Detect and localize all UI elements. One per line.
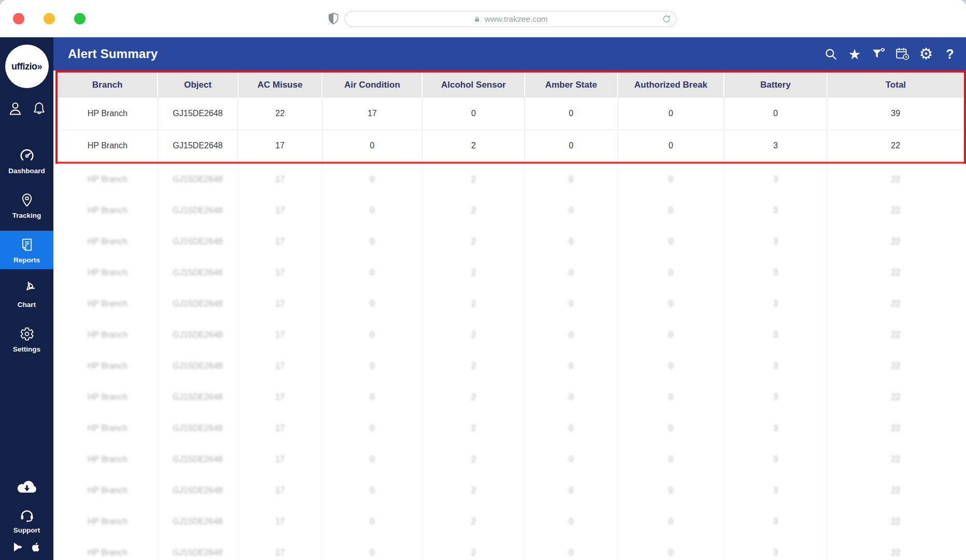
column-header-total[interactable]: Total <box>827 73 964 97</box>
minimize-window-button[interactable] <box>44 13 55 24</box>
column-header-amber-state[interactable]: Amber State <box>525 73 618 97</box>
faded-table-cell: 0 <box>618 226 724 257</box>
faded-table-cell: 3 <box>724 226 827 257</box>
cell-amber-state: 0 <box>525 97 618 130</box>
page-title: Alert Summary <box>68 47 158 61</box>
sidebar-item-settings[interactable]: Settings <box>0 320 53 358</box>
help-icon[interactable]: ? <box>942 46 958 62</box>
faded-table-cell: 3 <box>724 195 827 226</box>
faded-table-cell: 0 <box>525 288 618 319</box>
shield-icon[interactable] <box>327 12 340 25</box>
cloud-download-icon[interactable] <box>15 479 39 496</box>
faded-table-cell: 3 <box>724 537 827 560</box>
faded-table-cell: 22 <box>827 226 964 257</box>
faded-table-cell: 0 <box>525 444 618 475</box>
faded-table-cell: 22 <box>827 413 964 444</box>
faded-table-cell: 0 <box>322 226 422 257</box>
close-window-button[interactable] <box>13 13 24 24</box>
faded-table-cell: 17 <box>238 164 323 195</box>
faded-table-cell: 17 <box>238 195 323 226</box>
faded-table-cell: 17 <box>238 444 323 475</box>
google-play-icon[interactable] <box>12 541 24 553</box>
faded-table-cell: 2 <box>422 444 525 475</box>
faded-table-row: HP BranchGJ15DE2648170200322 <box>58 195 964 226</box>
sidebar-bottom: Support <box>0 479 53 560</box>
faded-table-cell: 0 <box>322 382 422 413</box>
cell-ac-misuse: 22 <box>238 97 323 130</box>
address-bar[interactable]: www.trakzee.com <box>344 11 677 27</box>
faded-table-cell: 2 <box>422 226 525 257</box>
search-icon[interactable] <box>823 46 838 62</box>
alert-summary-table: Branch Object AC Misuse Air Condition Al… <box>58 73 964 162</box>
faded-table-cell: GJ15DE2648 <box>158 164 238 195</box>
faded-table-cell: 0 <box>525 164 618 195</box>
faded-table-cell: 0 <box>525 382 618 413</box>
maximize-window-button[interactable] <box>74 13 86 24</box>
faded-table-cell: 3 <box>724 351 827 382</box>
faded-table-cell: 22 <box>827 164 964 195</box>
faded-table-cell: 0 <box>322 351 422 382</box>
sidebar-item-reports[interactable]: Reports <box>0 231 53 269</box>
apple-icon[interactable] <box>30 541 41 553</box>
user-icon[interactable] <box>7 101 23 117</box>
cell-authorized-break: 0 <box>618 130 724 162</box>
sidebar-item-dashboard[interactable]: Dashboard <box>0 141 53 180</box>
column-header-authorized-break[interactable]: Authorized Break <box>618 73 724 97</box>
sidebar-item-support[interactable]: Support <box>13 507 40 534</box>
faded-table-cell: 0 <box>618 444 724 475</box>
faded-table-cell: GJ15DE2648 <box>158 226 238 257</box>
sidebar-item-label: Support <box>13 526 40 534</box>
faded-table-cell: 0 <box>322 444 422 475</box>
faded-table-row: HP BranchGJ15DE2648170200322 <box>58 475 964 506</box>
faded-table-cell: GJ15DE2648 <box>158 506 238 537</box>
sidebar-item-tracking[interactable]: Tracking <box>0 186 53 225</box>
favorite-star-icon[interactable]: ★ <box>847 46 862 62</box>
faded-table-cell: 0 <box>322 537 422 560</box>
faded-table-cell: HP Branch <box>58 351 158 382</box>
uffizio-logo[interactable]: uffizio» <box>5 45 49 88</box>
faded-rows-section: HP BranchGJ15DE2648170200322HP BranchGJ1… <box>55 164 966 560</box>
faded-table-cell: 17 <box>238 475 323 506</box>
faded-table-row: HP BranchGJ15DE2648170200322 <box>58 319 964 351</box>
cell-object: GJ15DE2648 <box>158 97 238 130</box>
column-header-branch[interactable]: Branch <box>58 73 158 97</box>
sidebar-item-chart[interactable]: Chart <box>0 275 53 314</box>
faded-table-cell: 2 <box>422 288 525 319</box>
faded-table-cell: 0 <box>618 506 724 537</box>
cell-air-condition: 17 <box>322 97 422 130</box>
column-header-battery[interactable]: Battery <box>724 73 827 97</box>
faded-table-cell: GJ15DE2648 <box>158 475 238 506</box>
faded-table-cell: HP Branch <box>58 195 158 226</box>
gear-outline-icon <box>19 326 35 342</box>
lock-icon <box>473 16 481 23</box>
scheduler-calendar-icon[interactable] <box>894 46 910 62</box>
settings-gear-icon[interactable]: ⚙ <box>918 46 934 62</box>
refresh-icon[interactable] <box>662 14 671 24</box>
faded-table-cell: 0 <box>525 537 618 560</box>
faded-table-cell: GJ15DE2648 <box>158 444 238 475</box>
faded-table-cell: 0 <box>322 413 422 444</box>
faded-table-cell: HP Branch <box>58 288 158 319</box>
filter-icon[interactable] <box>871 46 886 62</box>
faded-table-cell: 0 <box>525 226 618 257</box>
faded-table-cell: 22 <box>827 319 964 351</box>
column-header-alcohol-sensor[interactable]: Alcohol Sensor <box>422 73 525 97</box>
column-header-ac-misuse[interactable]: AC Misuse <box>238 73 323 97</box>
faded-table-cell: 0 <box>618 537 724 560</box>
faded-table-cell: 17 <box>238 413 323 444</box>
column-header-air-condition[interactable]: Air Condition <box>322 73 422 97</box>
faded-table-cell: 0 <box>618 319 724 351</box>
faded-table-row: HP BranchGJ15DE2648170200322 <box>58 226 964 257</box>
faded-table-row: HP BranchGJ15DE2648170200322 <box>58 506 964 537</box>
notifications-bell-icon[interactable] <box>32 101 47 116</box>
main-content: Alert Summary ★ <box>53 37 966 560</box>
logo-text: uffizio» <box>11 61 42 72</box>
header-toolbar: ★ <box>823 46 958 62</box>
cell-amber-state: 0 <box>525 130 618 162</box>
cell-air-condition: 0 <box>322 130 422 162</box>
faded-table-cell: 22 <box>827 288 964 319</box>
table-header-row: Branch Object AC Misuse Air Condition Al… <box>58 73 964 97</box>
faded-table-cell: 0 <box>322 475 422 506</box>
column-header-object[interactable]: Object <box>158 73 238 97</box>
faded-table-cell: GJ15DE2648 <box>158 257 238 288</box>
